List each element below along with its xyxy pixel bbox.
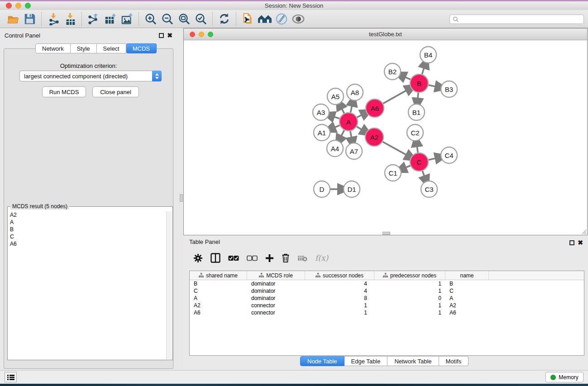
zoom-fit-button[interactable] <box>176 11 192 27</box>
table-cell[interactable]: 1 <box>374 288 445 294</box>
open-button[interactable] <box>5 11 21 27</box>
graph-edge-B-B4[interactable] <box>422 67 424 74</box>
zoom-in-button[interactable] <box>142 11 159 27</box>
refresh-button[interactable] <box>216 11 233 27</box>
eye-button[interactable] <box>290 11 306 27</box>
add-column-button[interactable] <box>265 252 274 264</box>
float-panel-icon[interactable] <box>159 33 164 38</box>
table-cell[interactable]: connector <box>247 302 305 309</box>
table-cell[interactable]: 0 <box>374 295 445 301</box>
result-item[interactable]: A <box>10 219 166 226</box>
table-cell[interactable]: B <box>445 281 489 287</box>
table-cell[interactable]: 8 <box>305 295 374 301</box>
graph-edge-C-C2[interactable] <box>417 146 418 152</box>
graph-edge-B-B1[interactable] <box>418 93 418 99</box>
table-cell[interactable]: A6 <box>445 310 489 316</box>
graph-edge-A-A6[interactable] <box>357 114 363 117</box>
memory-button[interactable]: Memory <box>545 372 583 382</box>
close-panel-icon[interactable]: ✖ <box>167 32 172 39</box>
tab-edge-table[interactable]: Edge Table <box>344 356 388 366</box>
deselect-all-button[interactable] <box>247 252 258 264</box>
table-cell[interactable]: A <box>445 295 489 301</box>
search-input[interactable] <box>459 16 583 23</box>
table-cell[interactable]: connector <box>247 310 305 316</box>
network-window-titlebar[interactable]: testGlobe.txt <box>184 29 587 40</box>
resize-grip-icon[interactable] <box>580 228 587 234</box>
zoom-selected-button[interactable] <box>192 11 209 27</box>
export-image-button[interactable] <box>119 11 135 27</box>
result-list-scrollbar[interactable] <box>166 211 172 359</box>
tab-network[interactable]: Network <box>35 43 71 53</box>
graph-edge-C-C1[interactable] <box>405 166 411 168</box>
graph-edge-A2-C[interactable] <box>382 142 407 155</box>
import-network-button[interactable] <box>45 11 62 27</box>
table-cell[interactable]: dominator <box>247 288 305 294</box>
table-cell[interactable]: C <box>190 288 247 294</box>
column-header-successor-nodes[interactable]: successor nodes <box>305 271 374 280</box>
result-item[interactable]: B <box>10 226 166 233</box>
zoom-out-button[interactable] <box>159 11 176 27</box>
column-header-shared-name[interactable]: shared name <box>190 271 247 280</box>
table-row[interactable]: Adominator80A <box>190 295 584 302</box>
home-button[interactable] <box>256 11 273 27</box>
tab-style[interactable]: Style <box>71 43 97 53</box>
table-cell[interactable]: dominator <box>247 281 305 287</box>
result-item[interactable]: A2 <box>10 211 166 219</box>
table-row[interactable]: Bdominator41B <box>190 280 584 287</box>
table-cell[interactable]: 1 <box>374 310 445 316</box>
float-table-panel-icon[interactable] <box>569 240 574 245</box>
save-button[interactable] <box>21 11 38 27</box>
delete-column-button[interactable] <box>282 252 290 264</box>
show-columns-button[interactable] <box>210 252 220 264</box>
table-cell[interactable]: A2 <box>190 302 247 309</box>
graph-edge-A-A7[interactable] <box>350 131 352 138</box>
graph-edge-A-A2[interactable] <box>357 127 362 130</box>
run-mcds-button[interactable]: Run MCDS <box>42 86 86 97</box>
tab-mcds[interactable]: MCDS <box>126 43 157 53</box>
optimization-criterion-dropdown[interactable]: largest connected component (directed) <box>19 71 162 81</box>
column-header-predecessor-nodes[interactable]: predecessor nodes <box>374 271 445 280</box>
table-cell[interactable]: 1 <box>305 310 374 316</box>
tab-network-table[interactable]: Network Table <box>387 356 439 366</box>
table-row[interactable]: A6connector11A6 <box>190 309 584 316</box>
hide-details-button[interactable] <box>273 11 290 27</box>
table-cell[interactable]: A6 <box>190 310 247 316</box>
table-row[interactable]: A2connector11A2 <box>190 302 584 309</box>
function-builder-button[interactable]: f(x) <box>315 252 328 264</box>
export-network-button[interactable] <box>85 11 102 27</box>
graph-edge-A-A4[interactable] <box>341 130 344 137</box>
graph-edge-B-B3[interactable] <box>429 85 436 86</box>
close-table-panel-icon[interactable]: ✖ <box>578 239 583 246</box>
graph-edge-A6-B[interactable] <box>383 90 407 104</box>
mcds-result-list[interactable]: A2ABCA6 <box>8 211 166 359</box>
tab-motifs[interactable]: Motifs <box>439 356 469 366</box>
node-table[interactable]: shared nameMCDS rolesuccessor nodesprede… <box>189 271 584 356</box>
table-cell[interactable]: 4 <box>305 281 374 287</box>
export-table-button[interactable] <box>102 11 119 27</box>
table-cell[interactable]: B <box>190 281 247 287</box>
gear-button[interactable] <box>193 252 203 264</box>
table-cell[interactable]: A <box>190 295 247 301</box>
select-all-button[interactable] <box>228 252 239 264</box>
tab-select[interactable]: Select <box>97 43 126 53</box>
graph-edge-A-A1[interactable] <box>334 125 340 128</box>
search-box[interactable] <box>449 14 584 24</box>
import-table-button[interactable] <box>62 11 78 27</box>
graph-edge-A-A8[interactable] <box>350 105 352 112</box>
network-canvas[interactable]: A5A8A3AA1A4A7A6A2B4B2BB3B1C2CC4C1C3DD1 <box>184 40 587 235</box>
result-item[interactable]: C <box>10 233 166 240</box>
delete-table-button[interactable] <box>297 252 307 264</box>
table-row[interactable]: Cdominator41C <box>190 287 584 295</box>
table-cell[interactable]: C <box>445 288 489 294</box>
graph-edge-A-A5[interactable] <box>341 108 344 114</box>
left-pane-grip[interactable] <box>180 194 183 202</box>
column-header-MCDS-role[interactable]: MCDS role <box>247 271 305 280</box>
graph-edge-C-C3[interactable] <box>422 171 425 177</box>
tab-node-table[interactable]: Node Table <box>300 356 344 366</box>
table-cell[interactable]: 4 <box>305 288 374 294</box>
table-cell[interactable]: dominator <box>247 295 305 301</box>
graph-edge-C-C4[interactable] <box>428 158 436 160</box>
table-cell[interactable]: 1 <box>374 302 445 309</box>
task-history-button[interactable] <box>5 372 17 382</box>
table-cell[interactable]: 1 <box>374 281 445 287</box>
